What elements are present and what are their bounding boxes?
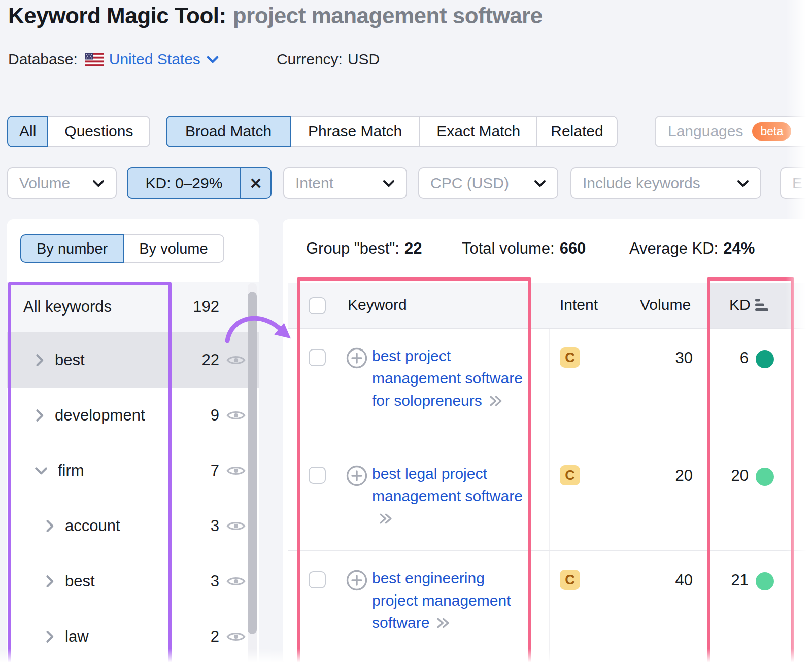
open-keyword-icon [489,395,503,407]
summary-volume: Total volume:660 [462,239,586,258]
by-number-toggle[interactable]: By number [20,234,124,263]
groups-scrollbar-thumb[interactable] [248,292,257,634]
chevron-right-icon[interactable] [45,519,55,533]
select-all-checkbox[interactable] [309,297,326,314]
intent-badge-commercial: C [560,347,580,368]
include-keywords-filter[interactable]: Include keywords [570,167,761,199]
row-checkbox[interactable] [309,467,326,484]
beta-badge: beta [752,122,791,141]
intent-badge-commercial: C [560,570,580,590]
sort-ascending-icon [755,299,769,311]
intent-badge-commercial: C [560,465,580,485]
row-checkbox[interactable] [309,349,326,366]
group-label: best [65,572,95,590]
by-volume-toggle[interactable]: By volume [123,234,224,263]
column-header-kd[interactable]: KD [729,296,769,313]
volume-value: 20 [622,467,693,485]
group-row-law[interactable]: law 2 [7,609,259,664]
database-selector[interactable]: United States [109,51,200,68]
scope-tab-group: All Questions [7,116,150,147]
add-keyword-icon[interactable] [346,347,368,369]
tab-all[interactable]: All [7,116,48,147]
eye-icon[interactable] [226,629,246,644]
summary-kd-value: 24% [723,239,755,257]
row-divider [288,550,812,551]
chevron-down-icon [92,180,105,187]
languages-button[interactable]: Languages beta [655,116,812,147]
keyword-magic-tool-screen: Keyword Magic Tool:project management so… [0,0,812,665]
column-header-keyword[interactable]: Keyword [348,296,407,313]
kd-filter-label: KD: 0–29% [128,168,240,198]
tab-exact-match[interactable]: Exact Match [419,116,537,147]
tab-broad-match[interactable]: Broad Match [166,116,291,147]
add-keyword-icon[interactable] [346,465,368,487]
group-sort-toggle: By number By volume [20,234,224,263]
tab-related[interactable]: Related [536,116,617,147]
keyword-groups-list: All keywords 192 best 22 development 9 f… [7,282,259,664]
group-row-best[interactable]: best 22 [7,332,259,388]
group-count: 22 [174,351,219,369]
search-query: project management software [233,3,543,28]
eye-icon[interactable] [226,519,246,533]
volume-filter[interactable]: Volume [7,167,117,199]
kd-value: 6 [703,349,749,367]
row-divider [288,446,812,446]
open-keyword-icon [436,617,450,629]
keyword-link[interactable]: best engineering project management soft… [372,567,524,634]
group-label: firm [58,462,84,480]
meta-row: Database: United States Currency:USD [8,48,380,71]
eye-icon[interactable] [226,464,246,478]
kd-difficulty-dot [756,572,774,590]
currency-label: Currency: [277,51,343,67]
kd-value: 20 [703,467,749,485]
summary-group: Group "best":22 [306,239,422,258]
keyword-link[interactable]: best legal project management software [372,463,524,530]
tab-phrase-match[interactable]: Phrase Match [290,116,420,147]
database-label: Database: [8,51,78,68]
summary-kd-label: Average KD: [629,239,718,257]
keyword-link[interactable]: best project management software for sol… [372,345,524,412]
kd-filter-close-icon[interactable]: ✕ [241,168,270,198]
summary-kd: Average KD:24% [629,239,755,258]
include-keywords-label: Include keywords [583,174,700,192]
currency-value: USD [348,51,380,67]
chevron-down-icon [534,180,546,187]
row-checkbox[interactable] [309,571,326,588]
tab-questions[interactable]: Questions [47,116,150,147]
group-label: account [65,517,120,535]
column-header-volume[interactable]: Volume [640,296,691,313]
exclude-keywords-filter[interactable]: E [780,167,812,199]
currency-row: Currency:USD [277,51,380,68]
chevron-right-icon[interactable] [35,409,45,422]
column-header-intent[interactable]: Intent [560,296,598,313]
chevron-down-icon [737,180,749,187]
intent-filter[interactable]: Intent [283,167,407,199]
chevron-down-icon[interactable] [35,464,48,477]
eye-icon[interactable] [226,574,246,588]
chevron-down-icon [383,180,395,187]
add-keyword-icon[interactable] [346,569,368,591]
match-tab-group: Broad Match Phrase Match Exact Match Rel… [166,116,618,147]
group-row-all-keywords[interactable]: All keywords 192 [7,282,259,332]
chevron-down-icon[interactable] [207,56,219,63]
summary-group-label: Group "best": [306,239,399,257]
chevron-right-icon[interactable] [45,630,55,643]
summary-volume-value: 660 [560,239,586,257]
group-label: development [55,406,145,425]
kd-filter-active[interactable]: KD: 0–29% ✕ [127,167,272,199]
eye-icon[interactable] [226,353,246,367]
eye-icon[interactable] [226,408,246,423]
volume-filter-label: Volume [19,174,70,192]
header-divider [0,92,812,92]
group-row-development[interactable]: development 9 [7,388,259,443]
cpc-filter[interactable]: CPC (USD) [418,167,558,199]
chevron-right-icon[interactable] [45,575,55,588]
group-row-firm[interactable]: firm 7 [7,443,259,498]
chevron-right-icon[interactable] [35,354,45,367]
cpc-filter-label: CPC (USD) [430,174,509,192]
group-row-account[interactable]: account 3 [7,498,259,553]
group-label: best [55,351,85,369]
group-row-best-sub[interactable]: best 3 [7,553,259,609]
summary-volume-label: Total volume: [462,239,555,257]
table-header-divider [288,328,812,329]
